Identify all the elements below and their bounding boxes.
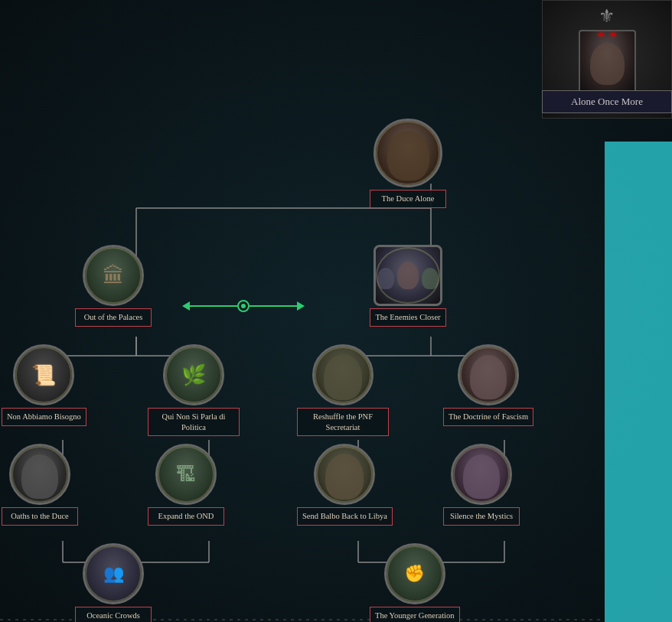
face1: [377, 268, 394, 289]
three-faces: [377, 262, 439, 289]
svg-point-32: [241, 304, 246, 308]
reshuffle-icon: [312, 344, 374, 405]
face: [324, 354, 362, 400]
non-abbiamo-icon: 📜: [13, 344, 74, 405]
face: [387, 131, 429, 181]
send-balbo-icon: [314, 444, 375, 505]
scroll-icon: 📜: [31, 363, 56, 387]
out-palaces-icon: 🏛: [83, 245, 144, 306]
expand-ond-icon: 🏗: [155, 444, 217, 505]
enemies-closer-label: The Enemies Closer: [370, 308, 446, 327]
face: [470, 355, 507, 399]
portrait-face: [579, 30, 636, 95]
enemies-closer-icon: [374, 245, 442, 306]
node-doctrine[interactable]: The Doctrine of Fascism: [443, 344, 533, 426]
silence-label: Silence the Mystics: [443, 507, 520, 526]
qui-non-icon: 🌿: [163, 344, 224, 405]
oceanic-icon: 👥: [83, 543, 144, 604]
face: [325, 454, 364, 500]
youth-icon: ✊: [404, 564, 425, 584]
crowd-icon: 👥: [103, 564, 124, 584]
face: [463, 454, 500, 499]
silence-icon: [451, 444, 512, 505]
face-shape: [590, 43, 625, 85]
duce-alone-label: The Duce Alone: [370, 190, 446, 208]
qui-non-label: Qui Non Si Parla di Politica: [148, 408, 240, 436]
doctrine-icon: [458, 344, 519, 405]
node-enemies-closer[interactable]: The Enemies Closer: [370, 245, 446, 327]
send-balbo-label: Send Balbo Back to Libya: [297, 507, 393, 526]
duce-alone-icon: [374, 119, 442, 187]
banner-text: Alone Once More: [571, 96, 643, 107]
face: [21, 454, 58, 499]
younger-label: The Younger Generation: [370, 607, 460, 622]
node-duce-alone[interactable]: The Duce Alone: [370, 119, 446, 208]
node-silence[interactable]: Silence the Mystics: [443, 444, 520, 526]
svg-point-31: [238, 301, 249, 311]
svg-marker-30: [297, 301, 305, 311]
eagle-icon: ⚜: [599, 5, 615, 27]
oaths-label: Oaths to the Duce: [2, 507, 78, 526]
node-expand-ond[interactable]: 🏗 Expand the OND: [148, 444, 224, 526]
building-icon: 🏛: [103, 263, 124, 288]
right-eye: [611, 33, 615, 36]
eye-indicators: [599, 33, 615, 36]
doctrine-label: The Doctrine of Fascism: [443, 408, 533, 426]
younger-icon: ✊: [384, 543, 445, 604]
node-qui-non[interactable]: 🌿 Qui Non Si Parla di Politica: [148, 344, 240, 436]
focus-tree: The Duce Alone 🏛 Out of the Palaces The …: [0, 119, 605, 622]
expand-ond-label: Expand the OND: [148, 507, 224, 526]
node-reshuffle[interactable]: Reshuffle the PNF Secretariat: [297, 344, 389, 436]
node-oaths[interactable]: Oaths to the Duce: [2, 444, 78, 526]
building2-icon: 🏗: [176, 463, 196, 487]
wreath-icon: 🌿: [181, 363, 206, 387]
oceanic-label: Oceanic Crowds: [75, 607, 152, 622]
left-eye: [599, 33, 603, 36]
out-palaces-label: Out of the Palaces: [75, 308, 152, 327]
non-abbiamo-label: Non Abbiamo Bisogno: [2, 408, 86, 426]
svg-marker-29: [182, 301, 190, 311]
reshuffle-label: Reshuffle the PNF Secretariat: [297, 408, 389, 436]
node-younger[interactable]: ✊ The Younger Generation: [370, 543, 460, 622]
alone-once-more-banner: Alone Once More: [542, 90, 672, 113]
node-non-abbiamo[interactable]: 📜 Non Abbiamo Bisogno: [2, 344, 86, 426]
node-oceanic[interactable]: 👥 Oceanic Crowds: [75, 543, 152, 622]
node-send-balbo[interactable]: Send Balbo Back to Libya: [297, 444, 393, 526]
face2: [397, 262, 419, 289]
oaths-icon: [9, 444, 70, 505]
face3: [422, 268, 439, 289]
node-out-palaces[interactable]: 🏛 Out of the Palaces: [75, 245, 152, 327]
right-panel: [605, 142, 672, 622]
